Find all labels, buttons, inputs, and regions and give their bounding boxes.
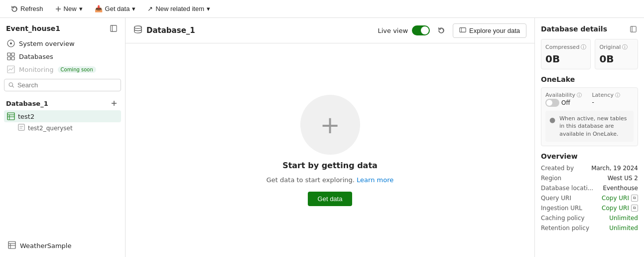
table-icon: [7, 112, 15, 120]
info-dot-icon: ●: [549, 115, 555, 125]
original-stat: Original ⓘ 0B: [595, 39, 638, 69]
svg-rect-6: [7, 53, 10, 56]
overview-row-caching: Caching policy Unlimited: [541, 213, 638, 223]
onelake-info-box: ● When active, new tables in this databa…: [545, 111, 634, 142]
content-actions: Live view Explore your data: [378, 23, 526, 38]
add-data-circle[interactable]: +: [300, 95, 360, 155]
toolbar: Refresh New ▾ 📥 Get data ▾ ↗ New related…: [0, 0, 644, 18]
info-icon-compressed: ⓘ: [581, 43, 586, 51]
overview-row-location: Database locati... Eventhouse: [541, 183, 638, 193]
availability-label: Availability ⓘ: [545, 92, 582, 99]
overview-section: Overview Created by March, 19 2024 Regio…: [541, 152, 638, 233]
get-data-button[interactable]: Get data: [308, 192, 353, 206]
copy-icon-ingestion[interactable]: ⧉: [631, 205, 638, 212]
svg-rect-15: [7, 113, 14, 120]
live-view-toggle[interactable]: [412, 25, 430, 35]
database-icon: [133, 25, 142, 36]
refresh-button[interactable]: Refresh: [6, 3, 48, 14]
db-section: Database_1 test2 test2_queryset: [0, 93, 125, 134]
explore-icon: [459, 26, 466, 35]
search-icon: [8, 82, 14, 88]
original-label: Original ⓘ: [599, 43, 634, 51]
onelake-section: OneLake Availability ⓘ Off: [541, 75, 638, 146]
overview-row-ingestion: Ingestion URL Copy URI ⧉: [541, 203, 638, 213]
sidebar-item-weather[interactable]: WeatherSample: [4, 239, 121, 253]
overview-row-retention: Retention policy Unlimited: [541, 223, 638, 233]
panel-expand-button[interactable]: [628, 24, 638, 34]
svg-rect-27: [460, 27, 466, 32]
db-section-title: Database_1: [6, 100, 48, 107]
query-uri-copy[interactable]: Copy URI ⧉: [602, 195, 638, 202]
sidebar-item-monitoring: Monitoring Coming soon: [3, 63, 122, 76]
new-chevron-icon: ▾: [79, 5, 83, 12]
sidebar-header: Event_house1: [0, 18, 125, 37]
content-title: Database_1: [133, 25, 195, 36]
ingestion-uri-copy[interactable]: Copy URI ⧉: [602, 205, 638, 212]
onelake-row-availability: Availability ⓘ Off Latency ⓘ: [545, 92, 634, 107]
svg-point-26: [134, 26, 141, 28]
svg-line-12: [12, 86, 14, 87]
new-button[interactable]: New ▾: [50, 3, 88, 14]
sidebar-item-databases[interactable]: Databases: [3, 50, 122, 63]
search-box[interactable]: [4, 79, 121, 91]
svg-point-5: [10, 42, 12, 44]
live-view-label: Live view: [378, 27, 408, 34]
refresh-icon: [11, 5, 18, 12]
svg-rect-19: [18, 124, 24, 130]
svg-rect-7: [11, 53, 14, 56]
monitoring-icon: [7, 65, 15, 73]
get-data-chevron-icon: ▾: [132, 5, 135, 12]
content-area: Database_1 Live view Explore your data +…: [126, 18, 534, 257]
availability-toggle[interactable]: [545, 99, 559, 107]
plus-icon: [55, 6, 61, 12]
overview-row-region: Region West US 2: [541, 173, 638, 183]
explore-data-button[interactable]: Explore your data: [453, 23, 526, 38]
compressed-value: 0B: [545, 53, 586, 65]
svg-point-11: [9, 83, 12, 86]
add-item-button[interactable]: [109, 98, 119, 108]
get-data-toolbar-button[interactable]: 📥 Get data ▾: [90, 3, 141, 14]
svg-rect-29: [630, 26, 636, 31]
info-icon-original: ⓘ: [622, 43, 628, 51]
refresh-content-button[interactable]: [434, 23, 449, 38]
queryset-icon: [18, 124, 25, 132]
external-link-icon: ↗: [147, 5, 153, 12]
main-layout: Event_house1 System overview Databases: [0, 18, 644, 257]
latency-label: Latency ⓘ: [592, 92, 620, 99]
sidebar-title: Event_house1: [6, 24, 60, 32]
overview-row-created: Created by March, 19 2024: [541, 163, 638, 173]
empty-state-title: Start by getting data: [282, 161, 378, 170]
onelake-title: OneLake: [541, 75, 638, 83]
details-title: Database details: [541, 24, 638, 34]
copy-icon-query[interactable]: ⧉: [631, 195, 638, 202]
overview-title: Overview: [541, 152, 638, 160]
databases-icon: [7, 52, 15, 60]
learn-more-link[interactable]: Learn more: [357, 176, 393, 184]
sidebar: Event_house1 System overview Databases: [0, 18, 126, 257]
search-input[interactable]: [17, 81, 117, 89]
db-item-test2[interactable]: test2: [4, 110, 121, 122]
info-icon-avail: ⓘ: [577, 92, 582, 98]
sidebar-expand-button[interactable]: [108, 23, 119, 34]
info-icon-latency: ⓘ: [615, 92, 620, 98]
coming-soon-badge: Coming soon: [58, 66, 96, 73]
compressed-label: Compressed ⓘ: [545, 43, 586, 51]
onelake-info-text: When active, new tables in this database…: [559, 115, 630, 138]
svg-rect-8: [7, 57, 10, 60]
db-sub-item-queryset[interactable]: test2_queryset: [4, 122, 121, 134]
svg-rect-22: [8, 242, 15, 249]
svg-rect-9: [11, 57, 14, 60]
onelake-grid: Availability ⓘ Off Latency ⓘ: [541, 87, 638, 146]
new-related-button[interactable]: ↗ New related item ▾: [142, 3, 215, 14]
empty-state-subtitle: Get data to start exploring. Learn more: [266, 176, 393, 184]
svg-rect-2: [111, 25, 117, 31]
content-body: + Start by getting data Get data to star…: [126, 43, 534, 257]
right-panel: Database details Compressed ⓘ 0B Origina…: [534, 18, 644, 257]
weather-table-icon: [8, 241, 16, 251]
overview-row-query-uri: Query URI Copy URI ⧉: [541, 193, 638, 203]
sidebar-item-system-overview[interactable]: System overview: [3, 37, 122, 50]
original-value: 0B: [599, 53, 634, 65]
system-overview-icon: [7, 39, 15, 47]
related-chevron-icon: ▾: [207, 5, 210, 12]
stats-row: Compressed ⓘ 0B Original ⓘ 0B: [541, 39, 638, 69]
